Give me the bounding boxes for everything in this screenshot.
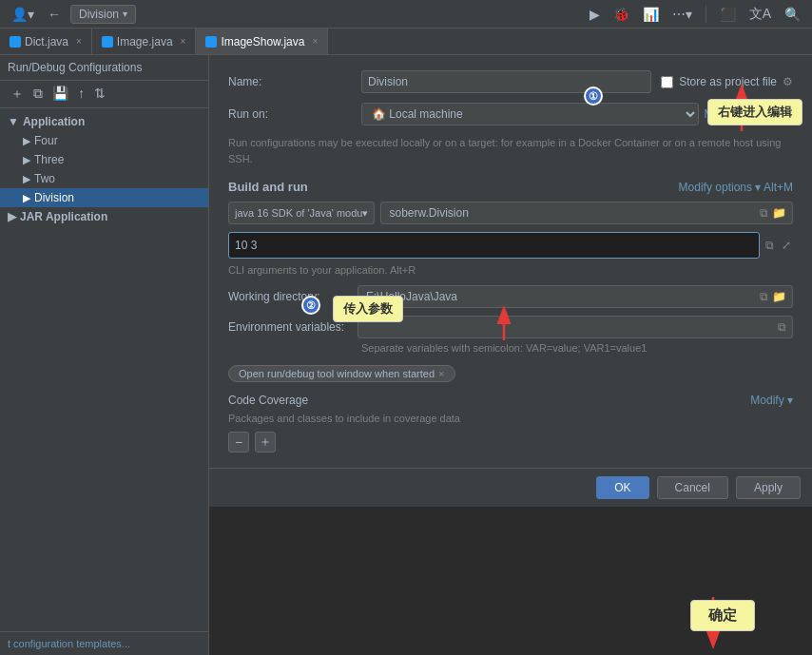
run-icon[interactable]: ▶ bbox=[586, 5, 604, 24]
browse-field-icon[interactable]: 📁 bbox=[770, 204, 788, 222]
copy-config-btn[interactable]: ⧉ bbox=[30, 85, 46, 104]
badge-1: ① bbox=[584, 87, 603, 106]
sidebar-header: Run/Debug Configurations bbox=[0, 55, 208, 81]
debug-icon[interactable]: 🐞 bbox=[609, 5, 633, 24]
coverage-modify[interactable]: Modify ▾ bbox=[750, 394, 793, 407]
dir-browse-icon[interactable]: 📁 bbox=[770, 288, 788, 305]
coverage-title: Code Coverage bbox=[228, 394, 308, 407]
run-config-dropdown[interactable]: Division ▾ bbox=[70, 5, 136, 24]
copy-field-icon[interactable]: ⧉ bbox=[758, 204, 770, 222]
top-toolbar: 👤▾ ← Division ▾ ▶ 🐞 📊 ⋯▾ ⬛ 文A 🔍 bbox=[0, 0, 812, 29]
profile-icon[interactable]: 📊 bbox=[639, 5, 663, 24]
add-config-btn[interactable]: ＋ bbox=[8, 85, 27, 104]
tab-close-icon2[interactable]: × bbox=[181, 36, 186, 47]
bottom-bar: OK Cancel Apply bbox=[209, 468, 812, 507]
chip-label: Open run/debug tool window when started bbox=[239, 368, 435, 379]
tab-label: ImageShow.java bbox=[221, 35, 304, 48]
right-panel-wrapper: Name: Store as project file ⚙ Run on: 🏠 … bbox=[209, 55, 812, 655]
config-templates-link[interactable]: t configuration templates... bbox=[0, 631, 208, 655]
settings-icon[interactable]: ⚙ bbox=[783, 75, 793, 88]
more-icon[interactable]: ⋯▾ bbox=[668, 5, 696, 24]
share-config-btn[interactable]: ↑ bbox=[75, 85, 87, 104]
tab-close-icon[interactable]: × bbox=[76, 36, 82, 47]
store-project-checkbox[interactable] bbox=[661, 76, 673, 88]
cancel-button[interactable]: Cancel bbox=[657, 476, 728, 499]
callout-confirm: 确定 bbox=[690, 600, 755, 631]
chip-close-btn[interactable]: × bbox=[438, 368, 444, 379]
callout-right-click: 右键进入编辑 bbox=[707, 99, 802, 125]
dir-copy-icon[interactable]: ⧉ bbox=[758, 288, 770, 305]
tree-area: ▼ Application ▶ Four ▶ Three ▶ Two ▶ D bbox=[0, 108, 208, 631]
name-row: Name: Store as project file ⚙ bbox=[228, 70, 793, 93]
args-expand-icon[interactable]: ⤢ bbox=[780, 237, 793, 254]
tab-close-icon3[interactable]: × bbox=[312, 36, 318, 47]
java-file-icon3 bbox=[205, 36, 217, 48]
cli-hint: CLI arguments to your application. Alt+R bbox=[228, 264, 793, 276]
tree-item-two[interactable]: ▶ Two bbox=[0, 169, 208, 188]
env-input-container: ⧉ bbox=[358, 316, 793, 338]
tree-item-division[interactable]: ▶ Division bbox=[0, 188, 208, 207]
args-input[interactable] bbox=[228, 232, 760, 259]
separator bbox=[706, 6, 706, 23]
modify-options-link[interactable]: Modify options ▾ Alt+M bbox=[679, 181, 793, 194]
back-icon[interactable]: ← bbox=[44, 5, 65, 24]
sidebar-title: Run/Debug Configurations bbox=[8, 61, 142, 74]
badge-label-2: ② bbox=[306, 299, 316, 312]
toolbar-right: ▶ 🐞 📊 ⋯▾ ⬛ 文A 🔍 bbox=[586, 4, 804, 25]
stop-icon[interactable]: ⬛ bbox=[716, 5, 740, 24]
tool-window-chip: Open run/debug tool window when started … bbox=[228, 365, 455, 382]
application-group-header[interactable]: ▼ Application bbox=[0, 112, 208, 131]
run-on-label: Run on: bbox=[228, 107, 352, 121]
store-project-label: Store as project file bbox=[679, 75, 777, 88]
tab-imageshow-java[interactable]: ImageShow.java × bbox=[196, 29, 328, 54]
translate-icon[interactable]: 文A bbox=[745, 4, 775, 25]
run-item-icon4: ▶ bbox=[23, 192, 30, 204]
callout-text-3: 确定 bbox=[708, 607, 737, 623]
tab-dict-java[interactable]: Dict.java × bbox=[0, 29, 92, 54]
chevron-down-icon: ▾ bbox=[123, 9, 127, 19]
java-file-icon bbox=[10, 36, 21, 48]
name-input[interactable] bbox=[361, 70, 651, 93]
sdk-label: java 16 SDK of 'Java' modu▾ bbox=[235, 207, 368, 220]
avatar-icon[interactable]: 👤▾ bbox=[8, 5, 38, 24]
run-on-select[interactable]: 🏠 Local machine bbox=[361, 103, 699, 125]
apply-button[interactable]: Apply bbox=[736, 476, 801, 499]
tree-item-label: Four bbox=[34, 134, 58, 147]
tree-item-label: Division bbox=[34, 191, 74, 204]
save-config-btn[interactable]: 💾 bbox=[49, 85, 71, 104]
sort-config-btn[interactable]: ⇅ bbox=[91, 85, 108, 104]
env-copy-icon[interactable]: ⧉ bbox=[776, 318, 788, 336]
tabs-bar: Dict.java × Image.java × ImageShow.java … bbox=[0, 29, 812, 55]
badge-2: ② bbox=[301, 296, 320, 315]
tree-item-three[interactable]: ▶ Three bbox=[0, 150, 208, 169]
application-group: ▼ Application ▶ Four ▶ Three ▶ Two ▶ D bbox=[0, 112, 208, 207]
sidebar-toolbar: ＋ ⧉ 💾 ↑ ⇅ bbox=[0, 81, 208, 108]
callout-pass-params: 传入参数 bbox=[333, 296, 403, 322]
sidebar: Run/Debug Configurations ＋ ⧉ 💾 ↑ ⇅ ▼ App… bbox=[0, 55, 209, 655]
jar-group-header[interactable]: ▶ JAR Application bbox=[0, 207, 208, 226]
ok-button[interactable]: OK bbox=[596, 476, 648, 499]
add-coverage-btn[interactable]: ＋ bbox=[255, 432, 276, 453]
chip-row: Open run/debug tool window when started … bbox=[228, 365, 793, 382]
callout-text-2: 传入参数 bbox=[343, 301, 393, 316]
env-row: Environment variables: ⧉ bbox=[228, 316, 793, 338]
callout-text-1: 右键进入编辑 bbox=[718, 105, 792, 119]
tree-item-four[interactable]: ▶ Four bbox=[0, 131, 208, 150]
tree-item-label: Three bbox=[34, 153, 64, 166]
tab-label: Image.java bbox=[117, 35, 173, 48]
sdk-dropdown[interactable]: java 16 SDK of 'Java' modu▾ bbox=[228, 202, 375, 224]
tab-image-java[interactable]: Image.java × bbox=[92, 29, 197, 54]
name-label: Name: bbox=[228, 75, 352, 88]
application-group-label: Application bbox=[23, 115, 85, 128]
args-container: ⧉ ⤢ bbox=[228, 232, 793, 259]
jar-group: ▶ JAR Application bbox=[0, 207, 208, 226]
args-copy-icon[interactable]: ⧉ bbox=[764, 237, 776, 254]
run-item-icon2: ▶ bbox=[23, 154, 30, 166]
remove-coverage-btn[interactable]: − bbox=[228, 432, 249, 453]
tree-item-label: Two bbox=[34, 172, 55, 185]
args-input-row: ⧉ ⤢ bbox=[228, 232, 793, 259]
search-icon[interactable]: 🔍 bbox=[781, 5, 804, 24]
class-field-container: soberw.Division ⧉ 📁 bbox=[380, 202, 793, 224]
store-project-row: Store as project file ⚙ bbox=[661, 75, 793, 88]
collapse-icon: ▼ bbox=[8, 115, 19, 128]
